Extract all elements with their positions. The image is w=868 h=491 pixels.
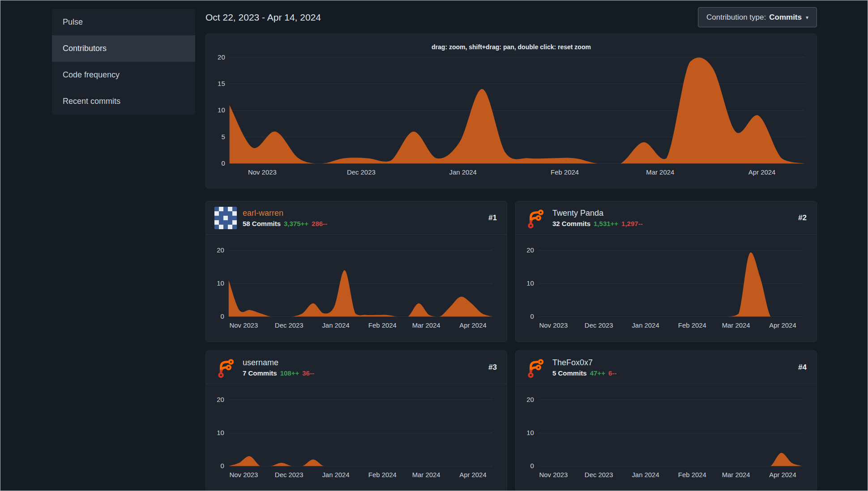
contributor-card-header: Twenty Panda 32 Commits 1,531++ 1,297-- … — [516, 201, 817, 235]
svg-text:10: 10 — [217, 429, 224, 436]
svg-text:10: 10 — [217, 280, 224, 287]
contributor-card-header: earl-warren 58 Commits 3,375++ 286-- #1 — [206, 201, 507, 235]
svg-text:Dec 2023: Dec 2023 — [275, 322, 304, 329]
avatar[interactable] — [214, 207, 237, 229]
additions-count: 3,375++ — [284, 220, 308, 227]
svg-text:Feb 2024: Feb 2024 — [678, 322, 706, 329]
svg-text:Nov 2023: Nov 2023 — [230, 322, 258, 329]
svg-text:Apr 2024: Apr 2024 — [769, 471, 796, 478]
svg-text:20: 20 — [217, 396, 224, 403]
svg-text:Dec 2023: Dec 2023 — [585, 322, 613, 329]
svg-text:Nov 2023: Nov 2023 — [248, 169, 277, 176]
contributor-identity: Twenty Panda 32 Commits 1,531++ 1,297-- — [552, 208, 798, 227]
overall-chart-panel: drag: zoom, shift+drag: pan, double clic… — [205, 34, 817, 188]
svg-text:20: 20 — [526, 247, 534, 254]
deletions-count: 6-- — [608, 369, 616, 377]
svg-text:Dec 2023: Dec 2023 — [275, 471, 304, 478]
contributor-identity: earl-warren 58 Commits 3,375++ 286-- — [243, 208, 488, 227]
svg-text:Nov 2023: Nov 2023 — [230, 471, 258, 478]
additions-count: 1,531++ — [594, 220, 618, 227]
svg-text:20: 20 — [218, 54, 225, 61]
svg-text:10: 10 — [526, 429, 534, 436]
contribution-type-dropdown[interactable]: Contribution type: Commits ▾ — [698, 7, 817, 27]
contributor-name-link[interactable]: TheFox0x7 — [552, 358, 798, 368]
contributors-content: Oct 22, 2023 - Apr 14, 2024 Contribution… — [205, 0, 817, 491]
contributor-cards-grid: earl-warren 58 Commits 3,375++ 286-- #1 … — [205, 201, 817, 491]
svg-text:Mar 2024: Mar 2024 — [722, 471, 750, 478]
commit-count: 5 Commits — [552, 369, 587, 377]
svg-text:0: 0 — [530, 313, 534, 320]
svg-text:Jan 2024: Jan 2024 — [449, 169, 477, 176]
svg-text:5: 5 — [221, 133, 225, 141]
contributor-card-2: Twenty Panda 32 Commits 1,531++ 1,297-- … — [515, 201, 817, 342]
svg-text:10: 10 — [526, 280, 534, 287]
commit-count: 58 Commits — [243, 220, 281, 227]
contributor-card-4: TheFox0x7 5 Commits 47++ 6-- #4 01020Nov… — [515, 350, 817, 491]
svg-text:0: 0 — [221, 160, 225, 167]
activity-sidebar: Pulse Contributors Code frequency Recent… — [52, 9, 195, 115]
deletions-count: 286-- — [312, 220, 327, 227]
svg-text:Apr 2024: Apr 2024 — [459, 322, 486, 329]
chevron-down-icon: ▾ — [806, 14, 808, 21]
svg-text:15: 15 — [218, 80, 225, 87]
svg-text:20: 20 — [526, 396, 534, 403]
svg-text:Mar 2024: Mar 2024 — [412, 322, 440, 329]
contribution-type-label: Contribution type: — [706, 13, 766, 22]
avatar[interactable] — [524, 207, 547, 229]
contributor-name-link[interactable]: earl-warren — [243, 208, 488, 218]
contributor-stats: 5 Commits 47++ 6-- — [552, 369, 798, 377]
svg-text:0: 0 — [221, 462, 224, 470]
overall-commits-chart[interactable]: 05101520Nov 2023Dec 2023Jan 2024Feb 2024… — [206, 34, 817, 188]
deletions-count: 36-- — [302, 369, 314, 377]
contributor-card-1: earl-warren 58 Commits 3,375++ 286-- #1 … — [205, 201, 507, 342]
deletions-count: 1,297-- — [621, 220, 643, 227]
commit-count: 32 Commits — [552, 220, 590, 227]
svg-text:Jan 2024: Jan 2024 — [632, 322, 659, 329]
contributor-name-link[interactable]: username — [243, 358, 488, 368]
svg-text:Feb 2024: Feb 2024 — [551, 169, 579, 176]
svg-text:Mar 2024: Mar 2024 — [646, 169, 674, 176]
svg-text:Nov 2023: Nov 2023 — [539, 322, 568, 329]
svg-text:Mar 2024: Mar 2024 — [722, 322, 750, 329]
repo-activity-contributors-page: { "colors": { "page_bg": "#151b23", "pan… — [0, 0, 868, 491]
svg-text:10: 10 — [218, 107, 225, 114]
additions-count: 47++ — [590, 369, 605, 377]
avatar[interactable] — [214, 356, 237, 379]
chart-zoom-hint: drag: zoom, shift+drag: pan, double clic… — [206, 43, 817, 51]
contributor-identity: username 7 Commits 108++ 36-- — [243, 358, 488, 377]
svg-text:Jan 2024: Jan 2024 — [632, 471, 659, 478]
contributor-rank: #3 — [488, 363, 497, 372]
svg-text:Feb 2024: Feb 2024 — [368, 322, 397, 329]
svg-text:Feb 2024: Feb 2024 — [368, 471, 397, 478]
sidebar-item-contributors[interactable]: Contributors — [52, 35, 195, 62]
svg-text:0: 0 — [221, 313, 224, 320]
sidebar-item-code-frequency[interactable]: Code frequency — [52, 62, 195, 88]
contributor-rank: #4 — [798, 363, 807, 372]
svg-text:Mar 2024: Mar 2024 — [412, 471, 440, 478]
commit-count: 7 Commits — [243, 369, 277, 377]
contributor-stats: 58 Commits 3,375++ 286-- — [243, 220, 488, 227]
contributor-rank: #1 — [488, 213, 497, 222]
svg-text:Nov 2023: Nov 2023 — [539, 471, 568, 478]
svg-text:Feb 2024: Feb 2024 — [678, 471, 706, 478]
svg-text:Apr 2024: Apr 2024 — [459, 471, 486, 478]
svg-text:20: 20 — [217, 247, 224, 254]
svg-text:Dec 2023: Dec 2023 — [347, 169, 376, 176]
contributor-stats: 7 Commits 108++ 36-- — [243, 369, 488, 377]
topbar: Oct 22, 2023 - Apr 14, 2024 Contribution… — [205, 7, 817, 27]
svg-text:Apr 2024: Apr 2024 — [748, 169, 776, 176]
contributor-card-header: TheFox0x7 5 Commits 47++ 6-- #4 — [516, 351, 817, 384]
svg-text:Jan 2024: Jan 2024 — [322, 471, 349, 478]
additions-count: 108++ — [280, 369, 299, 377]
svg-text:Jan 2024: Jan 2024 — [322, 322, 349, 329]
sidebar-item-recent-commits[interactable]: Recent commits — [52, 88, 195, 115]
avatar[interactable] — [524, 356, 547, 379]
contribution-type-value: Commits — [769, 13, 802, 22]
svg-text:Dec 2023: Dec 2023 — [585, 471, 613, 478]
contributor-card-header: username 7 Commits 108++ 36-- #3 — [206, 351, 507, 384]
svg-text:0: 0 — [530, 462, 534, 470]
contributor-name-link[interactable]: Twenty Panda — [552, 208, 798, 218]
sidebar-item-pulse[interactable]: Pulse — [52, 9, 195, 35]
contributor-identity: TheFox0x7 5 Commits 47++ 6-- — [552, 358, 798, 377]
svg-text:Apr 2024: Apr 2024 — [769, 322, 796, 329]
